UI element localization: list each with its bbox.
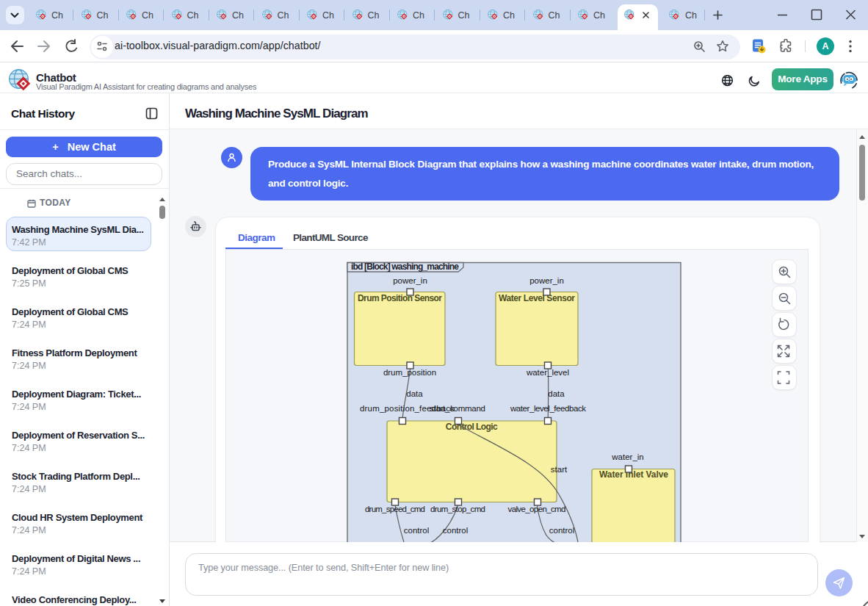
svg-text:control: control xyxy=(549,526,575,535)
svg-text:water_level_feedback: water_level_feedback xyxy=(510,404,586,413)
svg-text:start_command: start_command xyxy=(430,404,485,413)
svg-text:drum_speed_cmd: drum_speed_cmd xyxy=(365,505,425,513)
svg-text:data: data xyxy=(406,389,423,398)
svg-text:data: data xyxy=(548,389,565,398)
svg-text:water_in: water_in xyxy=(611,452,643,461)
svg-text:Control Logic: Control Logic xyxy=(446,422,498,432)
svg-text:Drum Position Sensor: Drum Position Sensor xyxy=(358,293,442,303)
svg-text:drum_stop_cmd: drum_stop_cmd xyxy=(430,505,485,513)
svg-text:water_level: water_level xyxy=(526,368,569,377)
svg-text:power_in: power_in xyxy=(393,276,427,285)
svg-text:control: control xyxy=(404,526,430,535)
svg-text:ibd [Block] washing_machine: ibd [Block] washing_machine xyxy=(351,261,459,272)
svg-text:power_in: power_in xyxy=(529,276,564,285)
svg-text:Water Level Sensor: Water Level Sensor xyxy=(499,293,575,303)
svg-text:start: start xyxy=(551,465,568,474)
svg-text:drum_position: drum_position xyxy=(383,368,436,377)
svg-text:Water Inlet Valve: Water Inlet Valve xyxy=(599,469,668,480)
svg-text:valve_open_cmd: valve_open_cmd xyxy=(508,505,566,513)
svg-text:control: control xyxy=(443,526,469,535)
